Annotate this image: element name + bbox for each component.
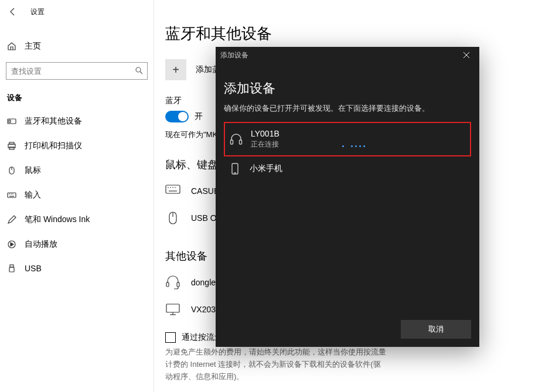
mouse-device-icon [165, 210, 180, 226]
dialog-close-button[interactable] [458, 47, 475, 63]
page-title: 蓝牙和其他设备 [165, 23, 548, 44]
nav-bluetooth[interactable]: 蓝牙和其他设备 [0, 109, 154, 134]
usb-icon [7, 264, 16, 273]
section-devices-header: 设备 [0, 84, 154, 109]
device-name: LY001B [251, 129, 280, 138]
nav-label: 笔和 Windows Ink [25, 214, 90, 225]
nav-label: 鼠标 [25, 165, 41, 176]
add-device-plus-button[interactable]: + [165, 59, 186, 80]
nav-mouse[interactable]: 鼠标 [0, 158, 154, 183]
add-device-dialog: 添加设备 添加设备 确保你的设备已打开并可被发现。在下面选择要连接的设备。 LY… [216, 47, 479, 347]
metered-checkbox[interactable] [165, 332, 176, 343]
device-name: 小米手机 [250, 163, 282, 174]
svg-rect-25 [177, 282, 179, 287]
search-input[interactable] [6, 62, 148, 80]
dialog-footer: 取消 [401, 320, 471, 339]
dialog-titlebar-text: 添加设备 [220, 50, 248, 60]
cancel-button[interactable]: 取消 [401, 320, 471, 339]
dialog-body: 添加设备 确保你的设备已打开并可被发现。在下面选择要连接的设备。 LY001B … [216, 63, 479, 186]
metered-description: 为避免产生额外的费用，请始终关闭此功能，这样当你使用按流量计费的 Interne… [165, 346, 388, 383]
svg-rect-29 [231, 140, 233, 144]
svg-rect-24 [166, 282, 169, 287]
svg-rect-31 [232, 163, 238, 174]
svg-rect-15 [9, 267, 14, 272]
pen-icon [7, 215, 16, 224]
close-icon [463, 52, 469, 58]
svg-rect-14 [10, 265, 13, 267]
home-link[interactable]: 主页 [0, 35, 154, 57]
autoplay-icon [7, 240, 16, 249]
headset-icon [165, 275, 180, 290]
bluetooth-toggle-state: 开 [195, 111, 203, 122]
dialog-titlebar: 添加设备 [216, 47, 479, 63]
nav-label: 自动播放 [25, 239, 57, 250]
settings-sidebar: 设置 主页 设备 蓝牙和其他设备 打印机和扫描仪 鼠标 输入 [0, 0, 154, 392]
device-item-ly001b[interactable]: LY001B 正在连接 [224, 122, 471, 156]
device-text: LY001B 正在连接 [251, 129, 280, 149]
bluetooth-toggle[interactable] [165, 111, 189, 122]
nav-label: USB [25, 264, 42, 273]
device-status: 正在连接 [251, 139, 280, 149]
nav-usb[interactable]: USB [0, 257, 154, 280]
nav-label: 输入 [25, 190, 41, 200]
home-label: 主页 [25, 41, 41, 52]
nav-autoplay[interactable]: 自动播放 [0, 232, 154, 257]
phone-icon [229, 162, 241, 175]
device-item-xiaomi[interactable]: 小米手机 [224, 156, 471, 181]
svg-rect-4 [9, 142, 14, 144]
dialog-subtitle: 确保你的设备已打开并可被发现。在下面选择要连接的设备。 [224, 103, 471, 114]
mouse-icon [7, 166, 16, 175]
nav-label: 打印机和扫描仪 [25, 141, 82, 151]
monitor-icon [165, 302, 180, 317]
nav-label: 蓝牙和其他设备 [25, 116, 82, 127]
settings-title: 设置 [30, 7, 45, 17]
nav-pen[interactable]: 笔和 Windows Ink [0, 207, 154, 232]
dialog-title: 添加设备 [224, 80, 471, 97]
sidebar-header: 设置 [0, 0, 154, 23]
nav-typing[interactable]: 输入 [0, 183, 154, 207]
svg-rect-16 [166, 185, 180, 193]
keyboard-device-icon [165, 183, 180, 199]
bluetooth-devices-icon [7, 117, 16, 126]
headphones-icon [230, 133, 243, 146]
connecting-dots-icon [342, 145, 365, 147]
nav-printers[interactable]: 打印机和扫描仪 [0, 134, 154, 158]
printer-icon [7, 141, 16, 151]
svg-rect-2 [9, 120, 11, 122]
keyboard-icon [7, 190, 16, 200]
svg-rect-8 [8, 193, 16, 197]
home-icon [7, 42, 16, 51]
device-text: 小米手机 [250, 163, 282, 174]
search-box [6, 62, 148, 80]
device-label: dongle [191, 278, 216, 287]
svg-rect-26 [166, 304, 179, 312]
svg-rect-30 [240, 140, 242, 144]
back-button[interactable] [6, 5, 20, 19]
